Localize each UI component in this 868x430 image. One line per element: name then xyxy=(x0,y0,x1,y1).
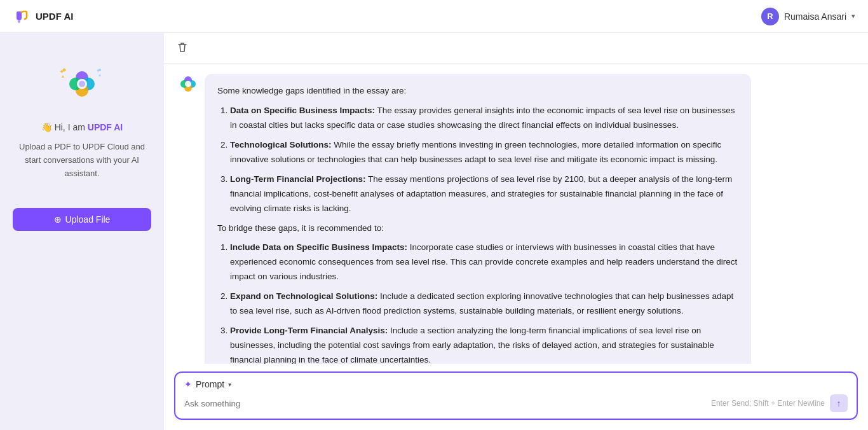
gap-3-title: Long-Term Financial Projections: xyxy=(230,174,366,184)
sidebar: ✦ ✦ 👋 Hi, I am UPDF AI Upload a PDF t xyxy=(0,33,164,430)
gap-1-title: Data on Specific Business Impacts: xyxy=(230,106,375,115)
input-top-row: ✦ Prompt ▾ xyxy=(184,379,848,389)
gap-item-3: Long-Term Financial Projections: The ess… xyxy=(230,172,738,216)
input-hint: Enter Send; Shift + Enter Newline xyxy=(711,399,825,408)
sidebar-logo-area: ✦ ✦ 👋 Hi, I am UPDF AI Upload a PDF t xyxy=(13,59,151,180)
input-bottom-row: Enter Send; Shift + Enter Newline ↑ xyxy=(184,394,848,412)
chat-area: Some knowledge gaps identified in the es… xyxy=(164,33,868,430)
send-icon: ↑ xyxy=(837,398,841,408)
message-intro: Some knowledge gaps identified in the es… xyxy=(217,84,738,99)
greeting-area: 👋 Hi, I am UPDF AI Upload a PDF to UPDF … xyxy=(13,121,151,180)
user-menu-chevron[interactable]: ▾ xyxy=(851,12,855,20)
upload-icon: ⊕ xyxy=(54,214,62,225)
user-avatar: R xyxy=(761,8,779,25)
prompt-label: Prompt xyxy=(196,379,224,389)
sparkle-decoration: ✦ ✦ xyxy=(57,59,107,109)
rec-item-2: Expand on Technological Solutions: Inclu… xyxy=(230,289,738,319)
upload-file-button[interactable]: ⊕ Upload File xyxy=(13,208,151,231)
messages-container[interactable]: Some knowledge gaps identified in the es… xyxy=(164,64,868,364)
svg-point-16 xyxy=(185,81,191,87)
rec-3-title: Provide Long-Term Financial Analysis: xyxy=(230,326,388,335)
rec-item-3: Provide Long-Term Financial Analysis: In… xyxy=(230,324,738,364)
svg-text:✦: ✦ xyxy=(59,68,64,75)
ai-message-icon xyxy=(179,75,197,93)
topbar-right: R Rumaisa Ansari ▾ xyxy=(761,8,855,25)
gaps-list: Data on Specific Business Impacts: The e… xyxy=(217,104,738,216)
app-title: UPDF AI xyxy=(36,11,73,22)
svg-point-1 xyxy=(18,20,20,23)
rec-2-title: Expand on Technological Solutions: xyxy=(230,291,377,301)
gap-item-2: Technological Solutions: While the essay… xyxy=(230,138,738,167)
user-name: Rumaisa Ansari xyxy=(784,11,846,22)
bridge-intro: To bridge these gaps, it is recommended … xyxy=(217,221,738,236)
message-bubble: Some knowledge gaps identified in the es… xyxy=(205,74,751,364)
trash-icon xyxy=(177,41,188,53)
app-logo-icon xyxy=(13,8,31,25)
recommendations-list: Include Data on Specific Business Impact… xyxy=(217,240,738,364)
topbar-left: UPDF AI xyxy=(13,8,73,25)
ai-message: Some knowledge gaps identified in the es… xyxy=(179,74,853,364)
input-area: ✦ Prompt ▾ Enter Send; Shift + Enter New… xyxy=(164,364,868,430)
gap-item-1: Data on Specific Business Impacts: The e… xyxy=(230,104,738,133)
rec-item-1: Include Data on Specific Business Impact… xyxy=(230,240,738,284)
prompt-sparkle-icon: ✦ xyxy=(184,379,192,389)
upload-btn-label: Upload File xyxy=(65,214,111,225)
sparkle-icon-area: ✦ ✦ xyxy=(57,59,107,109)
ask-input[interactable] xyxy=(184,399,711,408)
main-layout: ✦ ✦ 👋 Hi, I am UPDF AI Upload a PDF t xyxy=(0,33,868,430)
rec-1-title: Include Data on Specific Business Impact… xyxy=(230,242,407,252)
greeting-text: 👋 Hi, I am UPDF AI xyxy=(13,121,151,134)
delete-chat-button[interactable] xyxy=(174,39,191,58)
gap-2-title: Technological Solutions: xyxy=(230,140,332,149)
input-box: ✦ Prompt ▾ Enter Send; Shift + Enter New… xyxy=(174,371,858,420)
prompt-dropdown-icon[interactable]: ▾ xyxy=(228,381,231,388)
topbar: UPDF AI R Rumaisa Ansari ▾ xyxy=(0,0,868,33)
send-button[interactable]: ↑ xyxy=(830,394,848,412)
upload-description: Upload a PDF to UPDF Cloud and start con… xyxy=(13,141,151,180)
chat-toolbar xyxy=(164,33,868,64)
svg-text:✦: ✦ xyxy=(96,68,100,74)
